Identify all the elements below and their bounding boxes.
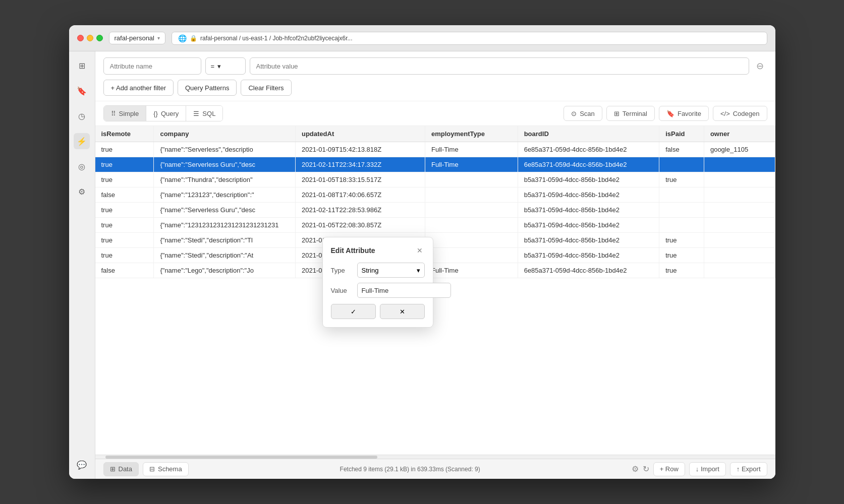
cell-7-0[interactable]: true [95, 248, 154, 263]
cell-1-6[interactable] [704, 157, 775, 172]
modal-close-button[interactable]: ✕ [415, 245, 425, 256]
cell-6-5[interactable]: true [659, 233, 704, 248]
cell-3-0[interactable]: false [95, 187, 154, 203]
minimize-button[interactable] [87, 35, 93, 41]
cell-4-5[interactable] [659, 203, 704, 218]
table-row[interactable]: true{"name":"Stedi","description":"Tl202… [95, 233, 775, 248]
cell-7-3[interactable] [425, 248, 518, 263]
settings-gear-icon[interactable]: ⚙ [632, 464, 639, 474]
scan-button[interactable]: ⊙ Scan [564, 106, 602, 121]
cell-1-4[interactable]: 6e85a371-059d-4dcc-856b-1bd4e2 [518, 157, 659, 172]
cell-7-4[interactable]: b5a371-059d-4dcc-856b-1bd4e2 [518, 248, 659, 263]
cell-8-3[interactable]: Full-Time [425, 263, 518, 278]
cell-2-4[interactable]: b5a371-059d-4dcc-856b-1bd4e2 [518, 172, 659, 187]
cell-0-0[interactable]: true [95, 142, 154, 157]
cell-6-0[interactable]: true [95, 233, 154, 248]
cell-1-0[interactable]: true [95, 157, 154, 172]
cell-4-3[interactable] [425, 203, 518, 218]
tab-sql[interactable]: ☰ SQL [186, 106, 222, 121]
confirm-button[interactable]: ✓ [331, 304, 376, 319]
codegen-button[interactable]: </> Codegen [713, 106, 767, 121]
cell-1-5[interactable] [659, 157, 704, 172]
table-row[interactable]: true{"name":"Thundra","description"2021-… [95, 172, 775, 187]
cell-8-4[interactable]: 6e85a371-059d-4dcc-856b-1bd4e2 [518, 263, 659, 278]
cell-7-6[interactable] [704, 248, 775, 263]
cell-3-4[interactable]: b5a371-059d-4dcc-856b-1bd4e2 [518, 187, 659, 203]
cell-2-6[interactable] [704, 172, 775, 187]
sidebar-item-settings[interactable]: ⚙ [74, 183, 90, 200]
cell-4-1[interactable]: {"name":"Serverless Guru","desc [154, 203, 296, 218]
cell-5-5[interactable] [659, 218, 704, 233]
table-row[interactable]: true{"name":"Serverless Guru","desc2021-… [95, 203, 775, 218]
cell-5-6[interactable] [704, 218, 775, 233]
add-filter-button[interactable]: + Add another filter [103, 80, 174, 96]
cell-4-0[interactable]: true [95, 203, 154, 218]
cell-8-1[interactable]: {"name":"Lego","description":"Jo [154, 263, 296, 278]
attribute-name-input[interactable] [103, 57, 201, 75]
cell-5-2[interactable]: 2021-01-05T22:08:30.857Z [295, 218, 425, 233]
cell-4-4[interactable]: b5a371-059d-4dcc-856b-1bd4e2 [518, 203, 659, 218]
data-tab[interactable]: ⊞ Data [103, 462, 139, 476]
cell-5-0[interactable]: true [95, 218, 154, 233]
operator-selector[interactable]: = ▾ [205, 57, 246, 75]
tab-query[interactable]: {} Query [146, 106, 186, 121]
sidebar-item-clock[interactable]: ◷ [74, 108, 90, 124]
cell-2-2[interactable]: 2021-01-05T18:33:15.517Z [295, 172, 425, 187]
cell-8-6[interactable] [704, 263, 775, 278]
table-row[interactable]: true{"name":"123123123123123123123123120… [95, 218, 775, 233]
table-row[interactable]: true{"name":"Serverless Guru","desc2021-… [95, 157, 775, 172]
cell-5-3[interactable] [425, 218, 518, 233]
cell-2-3[interactable] [425, 172, 518, 187]
table-row[interactable]: true{"name":"Stedi","description":"At202… [95, 248, 775, 263]
clear-filters-button[interactable]: Clear Filters [241, 80, 291, 96]
close-button[interactable] [77, 35, 84, 41]
cell-6-1[interactable]: {"name":"Stedi","description":"Tl [154, 233, 296, 248]
tab-simple[interactable]: ⠿ Simple [104, 106, 147, 121]
table-row[interactable]: false{"name":"Lego","description":"Jo202… [95, 263, 775, 278]
cell-7-5[interactable]: true [659, 248, 704, 263]
value-input[interactable] [357, 283, 451, 298]
cell-1-3[interactable]: Full-Time [425, 157, 518, 172]
cell-0-5[interactable]: false [659, 142, 704, 157]
cell-6-6[interactable] [704, 233, 775, 248]
cell-0-3[interactable]: Full-Time [425, 142, 518, 157]
attribute-value-input[interactable] [250, 57, 749, 75]
cell-4-6[interactable] [704, 203, 775, 218]
sidebar-item-tag[interactable]: ◎ [74, 158, 90, 174]
cancel-button[interactable]: ✕ [380, 304, 425, 319]
sidebar-item-bookmark[interactable]: 🔖 [74, 83, 90, 99]
import-button[interactable]: ↓ Import [689, 462, 726, 476]
cell-3-6[interactable] [704, 187, 775, 203]
cell-2-5[interactable]: true [659, 172, 704, 187]
horizontal-scrollbar[interactable] [95, 455, 775, 459]
cell-3-5[interactable] [659, 187, 704, 203]
sidebar-item-grid[interactable]: ⊞ [74, 57, 90, 74]
sidebar-item-search[interactable]: ⚡ [74, 133, 90, 149]
cell-5-1[interactable]: {"name":"1231231231231231231231231 [154, 218, 296, 233]
export-button[interactable]: ↑ Export [730, 462, 767, 476]
schema-tab[interactable]: ⊟ Schema [143, 462, 189, 476]
terminal-button[interactable]: ⊞ Terminal [606, 106, 655, 121]
add-row-button[interactable]: + Row [653, 462, 685, 476]
table-row[interactable]: false{"name":"123123","description":"202… [95, 187, 775, 203]
cell-5-4[interactable]: b5a371-059d-4dcc-856b-1bd4e2 [518, 218, 659, 233]
cell-3-3[interactable] [425, 187, 518, 203]
maximize-button[interactable] [96, 35, 103, 41]
favorite-button[interactable]: 🔖 Favorite [659, 106, 709, 121]
table-row[interactable]: true{"name":"Serverless","descriptio2021… [95, 142, 775, 157]
profile-selector[interactable]: rafal-personal ▾ [109, 32, 166, 44]
refresh-icon[interactable]: ↻ [643, 464, 649, 474]
cell-7-1[interactable]: {"name":"Stedi","description":"At [154, 248, 296, 263]
cell-0-2[interactable]: 2021-01-09T15:42:13.818Z [295, 142, 425, 157]
cell-8-5[interactable]: true [659, 263, 704, 278]
type-selector[interactable]: String ▾ [357, 263, 425, 278]
cell-3-2[interactable]: 2021-01-08T17:40:06.657Z [295, 187, 425, 203]
cell-1-1[interactable]: {"name":"Serverless Guru","desc [154, 157, 296, 172]
cell-6-3[interactable] [425, 233, 518, 248]
remove-filter-button[interactable]: ⊖ [753, 59, 767, 73]
cell-4-2[interactable]: 2021-02-11T22:28:53.986Z [295, 203, 425, 218]
cell-8-0[interactable]: false [95, 263, 154, 278]
query-patterns-button[interactable]: Query Patterns [178, 80, 237, 96]
cell-2-1[interactable]: {"name":"Thundra","description" [154, 172, 296, 187]
cell-6-4[interactable]: b5a371-059d-4dcc-856b-1bd4e2 [518, 233, 659, 248]
